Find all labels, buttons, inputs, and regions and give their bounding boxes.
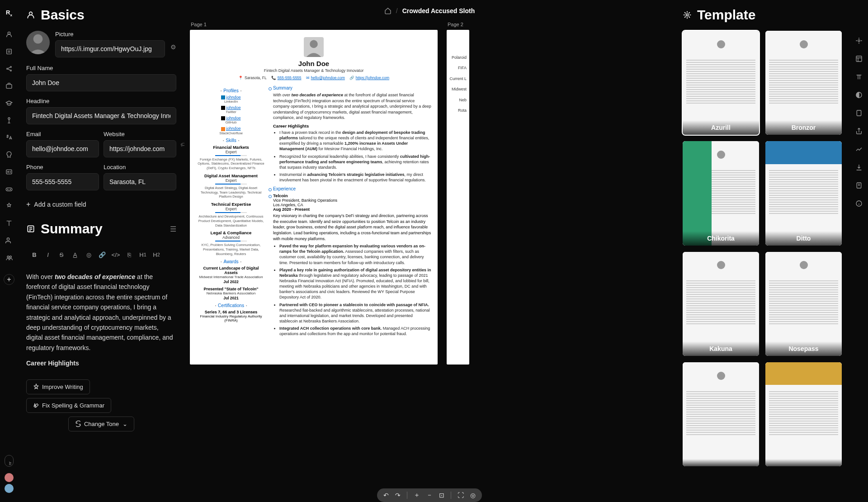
summary-bold: two decades of experience (55, 273, 135, 280)
change-tone-button[interactable]: Change Tone⌄ (68, 417, 134, 431)
nav-summary-icon[interactable] (5, 47, 14, 56)
location-input[interactable] (104, 173, 176, 190)
tag-icon[interactable]: 🏷 (180, 141, 184, 147)
svg-point-10 (8, 118, 10, 119)
menu-icon[interactable]: ☰ (170, 225, 176, 233)
template-title: Template (697, 7, 755, 23)
template-card[interactable]: Chikorita (683, 141, 759, 245)
user-avatar-1[interactable] (5, 473, 14, 482)
h2-button[interactable]: H2 (150, 248, 163, 261)
summary-editor[interactable]: With over two decades of experience at t… (26, 268, 176, 372)
typography-nav-icon[interactable] (854, 72, 863, 81)
user-avatar-2[interactable] (5, 484, 14, 493)
highlight-button[interactable]: ◎ (82, 248, 95, 261)
award-item: Presented "State of Telcoin"Nebraska Ban… (196, 287, 266, 300)
nav-education-icon[interactable] (5, 99, 14, 108)
resume-page-1[interactable]: John Doe Fintech Digital Assets Manager … (190, 30, 438, 365)
notes-nav-icon[interactable] (854, 181, 863, 190)
fix-spelling-button[interactable]: Fix Spelling & Grammar (26, 398, 111, 413)
avatar[interactable] (26, 31, 50, 54)
nav-references-icon[interactable] (5, 253, 14, 262)
page-nav-icon[interactable] (854, 109, 863, 118)
svg-point-18 (7, 238, 9, 240)
strike-button[interactable]: S (55, 248, 68, 261)
zoom-reset-button[interactable]: ⊡ (439, 492, 444, 499)
fullname-input[interactable] (26, 74, 176, 91)
template-card[interactable]: Ditto (765, 141, 842, 245)
picture-url-input[interactable] (55, 40, 165, 57)
exp-company: Telcoin (273, 193, 431, 198)
highlight-item: Instrumental in advancing Telcoin's stra… (279, 172, 431, 183)
italic-button[interactable]: I (42, 248, 54, 261)
nav-awards-icon[interactable] (5, 150, 14, 159)
template-card[interactable]: Bronzor (765, 31, 842, 135)
resume-avatar (304, 37, 324, 57)
headline-input[interactable] (26, 107, 176, 124)
skill-item: Digital Asset ManagementExpertDigital As… (196, 173, 266, 199)
center-button[interactable]: ◎ (470, 492, 476, 499)
export-nav-icon[interactable] (854, 163, 863, 172)
nav-profile-icon[interactable] (5, 30, 14, 39)
summary-section-title: Summary (273, 85, 431, 90)
svg-point-26 (686, 14, 689, 16)
template-card[interactable]: Azurill (683, 31, 759, 135)
resume-location: 📍 Sarasota, FL (238, 76, 267, 80)
resume-summary-text: With over two decades of experience at t… (273, 92, 431, 121)
template-card[interactable]: Kakuna (683, 252, 759, 356)
svg-point-12 (8, 171, 9, 172)
improve-writing-button[interactable]: Improve Writing (26, 379, 90, 394)
link-button[interactable]: 🔗 (96, 248, 108, 261)
underline-button[interactable]: A (69, 248, 81, 261)
add-section-button[interactable]: + (4, 274, 14, 285)
app-logo[interactable]: Rx (6, 9, 12, 17)
h1-button[interactable]: H1 (137, 248, 149, 261)
nav-publications-icon[interactable] (5, 219, 14, 228)
zoom-out-button[interactable]: － (426, 491, 433, 499)
nav-share-icon[interactable] (5, 64, 14, 73)
info-nav-icon[interactable] (854, 199, 863, 208)
resume-page-2[interactable]: PolaroidFIFACurrent LMidwestNebRota (447, 30, 469, 365)
website-label: Website (104, 131, 176, 137)
nav-certifications-icon[interactable] (5, 167, 14, 176)
nav-volunteering-icon[interactable] (5, 236, 14, 245)
svg-point-20 (9, 256, 11, 258)
sharing-nav-icon[interactable] (854, 127, 863, 136)
nav-languages-icon[interactable] (5, 133, 14, 142)
gear-icon[interactable]: ⚙ (170, 43, 176, 51)
template-card[interactable] (683, 362, 759, 466)
add-custom-field-button[interactable]: + Add a custom field (26, 197, 176, 212)
exp-bullet: Partnered with CEO to pioneer a stableco… (279, 302, 431, 324)
skill-item: Technical ExpertiseExpertArchitecture an… (196, 202, 266, 227)
awards-title: Awards (196, 259, 266, 264)
person-icon (26, 10, 35, 19)
layout-nav-icon[interactable] (854, 54, 863, 63)
email-input[interactable] (26, 140, 99, 157)
nav-skills-icon[interactable] (5, 116, 14, 125)
nav-interests-icon[interactable] (5, 185, 14, 194)
code-button[interactable]: </> (109, 248, 122, 261)
svg-point-19 (7, 256, 9, 258)
bold-button[interactable]: B (28, 248, 41, 261)
fit-button[interactable]: ⛶ (458, 492, 464, 499)
home-icon[interactable] (384, 7, 392, 14)
template-card[interactable]: Nosepass (765, 252, 842, 356)
profile-item: johndoeStackOverflow (196, 126, 266, 135)
summary-prefix: With over (26, 273, 55, 280)
profile-item: johndoeLinkedIn (196, 95, 266, 104)
website-input[interactable] (104, 140, 176, 157)
theme-nav-icon[interactable] (854, 90, 863, 99)
nav-projects-icon[interactable] (5, 202, 14, 211)
phone-input[interactable] (26, 173, 99, 190)
undo-button[interactable]: ↶ (383, 492, 389, 499)
codeblock-button[interactable]: ⎘ (123, 248, 136, 261)
template-name: Azurill (683, 120, 759, 135)
nav-experience-icon[interactable] (5, 81, 14, 90)
add-field-label: Add a custom field (34, 201, 86, 208)
template-card[interactable] (765, 362, 842, 466)
statistics-nav-icon[interactable] (854, 145, 863, 154)
template-nav-icon[interactable] (854, 36, 863, 45)
redo-button[interactable]: ↷ (395, 492, 401, 499)
svg-point-0 (8, 32, 10, 34)
zoom-in-button[interactable]: ＋ (414, 491, 420, 499)
summary-icon (26, 224, 35, 233)
